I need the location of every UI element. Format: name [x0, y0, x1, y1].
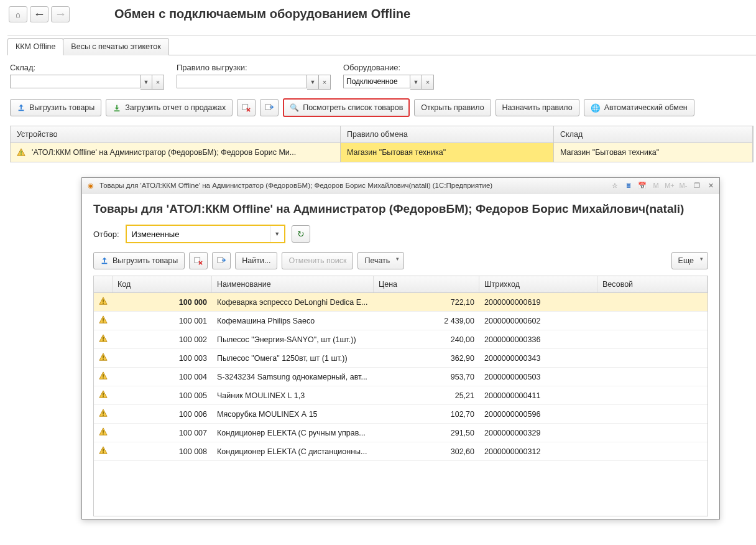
back-button[interactable]: 🡐 — [30, 6, 48, 22]
m-minus-icon[interactable]: M- — [678, 180, 688, 190]
product-row[interactable]: 100 002Пылесос "Энергия-SANYO", шт (1шт.… — [94, 330, 708, 349]
warning-icon — [99, 446, 108, 457]
assign-rule-button[interactable]: Назначить правило — [496, 99, 579, 116]
product-row[interactable]: 100 004S-3243234 Samsung однокамерный, а… — [94, 368, 708, 386]
svg-rect-14 — [103, 340, 104, 342]
svg-rect-21 — [103, 411, 104, 414]
rule-input[interactable] — [177, 75, 307, 88]
svg-rect-18 — [103, 378, 104, 379]
product-row[interactable]: 100 008Кондиционер ELEKTA (С дистанционн… — [94, 442, 708, 461]
modal-titlebar-text: Товары для 'АТОЛ:ККМ Offline' на Админис… — [99, 182, 606, 189]
col-price[interactable]: Цена — [374, 276, 479, 292]
cell-name: Кофеварка эспрессо DeLonghi Dedica E... — [212, 298, 374, 307]
table-delete-icon — [242, 103, 251, 112]
warehouse-dropdown-icon[interactable]: ▼ — [141, 75, 152, 90]
tab-kkm-offline[interactable]: ККМ Offline — [7, 38, 63, 55]
tab-scales[interactable]: Весы с печатью этикеток — [63, 38, 168, 55]
modal-export-button[interactable]: Выгрузить товары — [93, 252, 185, 269]
svg-rect-0 — [19, 110, 24, 111]
product-row[interactable]: 100 005Чайник MOULINEX L 1,325,212000000… — [94, 386, 708, 405]
cell-price: 302,60 — [374, 447, 479, 456]
export-file-button[interactable] — [260, 99, 279, 116]
cell-code: 100 001 — [113, 317, 212, 325]
app-icon: ◉ — [86, 180, 96, 190]
equipment-input[interactable] — [343, 75, 410, 88]
svg-rect-11 — [103, 318, 104, 320]
cell-barcode: 2000000000503 — [479, 373, 597, 381]
warehouse-clear-icon[interactable]: × — [152, 75, 164, 90]
col-name[interactable]: Наименование — [212, 276, 374, 292]
svg-rect-25 — [103, 449, 104, 451]
calc-icon[interactable]: 🖩 — [624, 180, 634, 190]
close-icon[interactable]: ✕ — [706, 180, 716, 190]
cell-code: 100 005 — [113, 391, 212, 400]
open-rule-button[interactable]: Открыть правило — [414, 99, 491, 116]
refresh-button[interactable]: ↻ — [292, 225, 310, 243]
col-code[interactable]: Код — [113, 276, 212, 292]
svg-rect-19 — [103, 393, 104, 395]
col-device[interactable]: Устройство — [11, 126, 341, 142]
col-weight[interactable]: Весовой — [597, 276, 708, 292]
window-restore-icon[interactable]: ❐ — [692, 180, 702, 190]
device-row[interactable]: 'АТОЛ:ККМ Offline' на Администратор (Фед… — [11, 143, 753, 162]
cancel-search-button[interactable]: Отменить поиск — [282, 252, 353, 269]
product-row[interactable]: 100 006Мясорубка MOULINEX А 15102,702000… — [94, 405, 708, 424]
warehouse-input[interactable] — [10, 75, 141, 88]
svg-rect-17 — [103, 374, 104, 376]
svg-rect-26 — [103, 452, 104, 454]
cell-name: Кондиционер ELEKTA (С ручным управ... — [212, 429, 374, 437]
calendar-icon[interactable]: 📅 — [637, 180, 647, 190]
equipment-dropdown-icon[interactable]: ▼ — [410, 75, 422, 90]
col-icon[interactable] — [94, 276, 113, 292]
svg-rect-24 — [103, 434, 104, 435]
filter-dropdown-icon[interactable]: ▼ — [270, 226, 284, 242]
cell-code: 100 007 — [113, 429, 212, 437]
product-row[interactable]: 100 003Пылесос "Омега" 1250вт, шт (1 шт.… — [94, 349, 708, 368]
cell-name: S-3243234 Samsung однокамерный, авт... — [212, 373, 374, 381]
equipment-label: Оборудование: — [343, 63, 434, 72]
col-rule[interactable]: Правило обмена — [341, 126, 554, 142]
warehouse-label: Склад: — [10, 63, 164, 72]
svg-rect-23 — [103, 430, 104, 432]
load-report-button[interactable]: Загрузить отчет о продажах — [106, 99, 233, 116]
cell-name: Пылесос "Омега" 1250вт, шт (1 шт.)) — [212, 354, 374, 363]
print-button[interactable]: Печать — [357, 252, 404, 269]
m-plus-icon[interactable]: M+ — [665, 180, 675, 190]
favorite-icon[interactable]: ☆ — [610, 180, 620, 190]
filter-select[interactable] — [127, 226, 270, 242]
warning-icon — [99, 353, 108, 363]
cell-name: Мясорубка MOULINEX А 15 — [212, 410, 374, 419]
product-row[interactable]: 100 007Кондиционер ELEKTA (С ручным упра… — [94, 424, 708, 442]
svg-rect-10 — [103, 303, 104, 304]
rule-clear-icon[interactable]: × — [319, 75, 331, 90]
col-barcode[interactable]: Штрихкод — [479, 276, 597, 292]
rule-dropdown-icon[interactable]: ▼ — [307, 75, 319, 90]
upload-icon — [17, 103, 25, 112]
modal-delete-button[interactable] — [189, 252, 208, 269]
m-icon[interactable]: M — [651, 180, 661, 190]
devices-grid: Устройство Правило обмена Склад 'АТОЛ:КК… — [10, 126, 754, 162]
more-button[interactable]: Еще — [671, 252, 708, 269]
warning-icon — [99, 315, 108, 326]
delete-button[interactable] — [237, 99, 256, 116]
globe-icon: 🌐 — [591, 103, 601, 113]
rule-label: Правило выгрузки: — [177, 63, 331, 72]
cell-code: 100 002 — [113, 335, 212, 344]
find-button[interactable]: Найти... — [235, 252, 277, 269]
warning-icon — [99, 334, 108, 345]
view-list-button[interactable]: 🔍 Посмотреть список товаров — [283, 98, 410, 117]
search-icon: 🔍 — [290, 103, 299, 112]
cell-barcode: 2000000000336 — [479, 335, 597, 344]
cell-name: Пылесос "Энергия-SANYO", шт (1шт.)) — [212, 335, 374, 344]
modal-export-file-button[interactable] — [212, 252, 231, 269]
home-button[interactable]: ⌂ — [9, 6, 27, 22]
table-export-icon — [217, 256, 226, 265]
product-row[interactable]: 100 001Кофемашина Philips Saeco2 439,002… — [94, 312, 708, 330]
col-warehouse[interactable]: Склад — [554, 126, 753, 142]
auto-exchange-button[interactable]: 🌐 Автоматический обмен — [584, 99, 694, 116]
forward-button[interactable]: 🡒 — [51, 6, 70, 22]
export-goods-button[interactable]: Выгрузить товары — [10, 99, 101, 116]
warning-icon — [99, 297, 108, 307]
equipment-clear-icon[interactable]: × — [422, 75, 434, 90]
product-row[interactable]: 100 000Кофеварка эспрессо DeLonghi Dedic… — [94, 293, 708, 312]
